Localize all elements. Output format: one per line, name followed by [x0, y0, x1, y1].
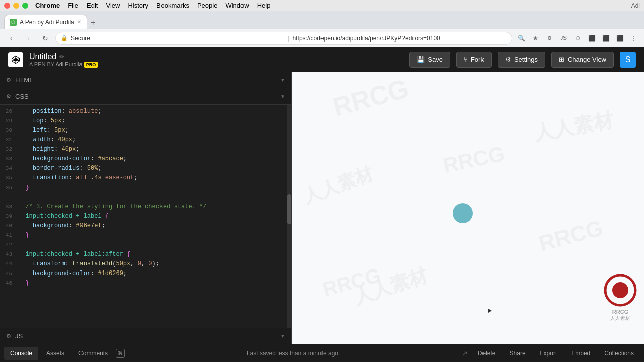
codepen-logo [8, 52, 23, 67]
mac-maximize-btn[interactable] [22, 3, 28, 9]
css-section-header[interactable]: ⚙ CSS ▼ [0, 88, 291, 105]
comments-btn[interactable]: Comments [72, 347, 114, 360]
bottom-actions: Delete Share Export Embed Collections [472, 347, 640, 360]
html-collapse-icon[interactable]: ▼ [280, 77, 285, 83]
pen-title-row: Untitled ✏ [29, 52, 98, 61]
status-external-icon[interactable]: ↗ [462, 349, 468, 357]
save-button[interactable]: 💾 Save [409, 52, 450, 68]
console-btn[interactable]: Console [4, 347, 38, 360]
code-line-42: 42 [0, 240, 291, 250]
extension4-btn[interactable]: ⬛ [586, 32, 598, 44]
code-line-41: 41 } [0, 231, 291, 240]
code-line-43: 43 input:checked + label:after { [0, 250, 291, 259]
share-btn[interactable]: Share [504, 347, 532, 360]
mac-menu-view[interactable]: View [106, 2, 120, 9]
author-prefix: A PEN BY [29, 61, 54, 67]
mac-menu-window[interactable]: Window [225, 2, 249, 9]
mac-menu-help[interactable]: Help [257, 2, 271, 9]
edit-title-icon[interactable]: ✏ [59, 53, 64, 60]
save-icon: 💾 [417, 56, 425, 63]
mac-menu: Chrome File Edit View History Bookmarks … [35, 2, 270, 9]
js-section-label: JS [15, 332, 23, 340]
forward-btn[interactable]: › [21, 31, 35, 45]
rrcg-brand-label: RRCG [612, 309, 628, 315]
code-content: 26 position: absolute; 29 top: 5px; 30 l… [0, 105, 291, 290]
rrcg-logo [603, 273, 638, 308]
code-line-26: 26 position: absolute; [0, 107, 291, 116]
html-section-header[interactable]: ⚙ HTML ▼ [0, 72, 291, 88]
js-section-header[interactable]: ⚙ JS ▼ [0, 328, 291, 344]
code-line-46: 46 } [0, 279, 291, 288]
reload-btn[interactable]: ↻ [38, 31, 52, 45]
editor-panel: ⚙ HTML ▼ ⚙ CSS ▼ 26 position: absolute; … [0, 72, 292, 344]
mac-menu-edit[interactable]: Edit [87, 2, 98, 9]
url-bar[interactable]: 🔒 Secure | https://codepen.io/adipurdila… [55, 32, 512, 45]
mac-titlebar: Chrome File Edit View History Bookmarks … [0, 0, 644, 11]
scrollbar-track[interactable] [287, 105, 291, 328]
html-gear-icon: ⚙ [6, 77, 11, 83]
command-icon: ⌘ [116, 349, 125, 358]
code-line-30: 30 left: 5px; [0, 126, 291, 135]
mac-menu-bookmarks[interactable]: Bookmarks [156, 2, 189, 9]
extension1-btn[interactable]: ⚙ [543, 32, 555, 44]
code-line-35: 35 transition: all .4s ease-out; [0, 173, 291, 183]
bookmark-icon-btn[interactable]: ★ [529, 32, 541, 44]
mac-menu-file[interactable]: File [68, 2, 78, 9]
fork-button[interactable]: ⑂ Fork [456, 52, 492, 68]
back-btn[interactable]: ‹ [4, 31, 18, 45]
toggle-preview-circle [453, 203, 473, 223]
preview-panel: RRCG 人人素材 人人素材 RRCG 人人素材 RRCG RRCG RRCG … [292, 72, 644, 344]
export-btn[interactable]: Export [534, 347, 564, 360]
codepen-title-area: Untitled ✏ A PEN BY Adi Purdila PRO [29, 52, 98, 67]
url-display: https://codepen.io/adipurdila/pen/rJPKyP… [293, 35, 507, 42]
extension2-btn[interactable]: JS [557, 32, 570, 44]
codepen-user-avatar[interactable]: S [620, 52, 636, 68]
codepen-logo-svg [11, 55, 20, 64]
search-icon-btn[interactable]: 🔍 [515, 32, 527, 44]
mac-close-btn[interactable] [4, 3, 10, 9]
pro-badge: PRO [84, 62, 98, 68]
extension3-btn[interactable]: ⬡ [572, 32, 584, 44]
extension6-btn[interactable]: ⬛ [614, 32, 626, 44]
svg-point-9 [612, 282, 628, 298]
embed-btn[interactable]: Embed [565, 347, 596, 360]
watermark-7: RRCG [320, 264, 383, 301]
js-collapse-icon[interactable]: ▼ [280, 333, 285, 339]
code-line-blank [0, 193, 291, 202]
delete-btn[interactable]: Delete [472, 347, 502, 360]
bottom-bar: Console Assets Comments ⌘ Last saved les… [0, 344, 644, 362]
settings-label: Settings [514, 56, 538, 63]
url-separator: | [288, 35, 289, 42]
code-line-29: 29 top: 5px; [0, 116, 291, 126]
main-area: ⚙ HTML ▼ ⚙ CSS ▼ 26 position: absolute; … [0, 72, 644, 344]
save-status-text: Last saved less than a minute ago [127, 350, 458, 357]
mac-user: Adi [631, 2, 640, 9]
assets-btn[interactable]: Assets [40, 347, 70, 360]
tab-area: ⬡ A Pen by Adi Purdila ✕ + [4, 11, 99, 29]
mac-menu-chrome[interactable]: Chrome [35, 2, 60, 9]
new-tab-btn[interactable]: + [87, 17, 99, 29]
tab-close-btn[interactable]: ✕ [77, 19, 82, 25]
fork-label: Fork [471, 56, 484, 63]
pen-title[interactable]: Untitled [29, 52, 56, 61]
code-line-36: 36 } [0, 183, 291, 193]
extension5-btn[interactable]: ⬛ [600, 32, 612, 44]
menu-btn[interactable]: ⋮ [628, 32, 640, 44]
scrollbar-thumb[interactable] [287, 194, 291, 224]
collections-btn[interactable]: Collections [598, 347, 640, 360]
css-collapse-icon[interactable]: ▼ [280, 94, 285, 99]
mac-menu-history[interactable]: History [128, 2, 148, 9]
author-link[interactable]: Adi Purdila [55, 61, 82, 67]
browser-nav-bar: ‹ › ↻ 🔒 Secure | https://codepen.io/adip… [0, 29, 644, 47]
settings-button[interactable]: ⚙ Settings [498, 52, 545, 68]
rrcg-logo-svg [603, 273, 638, 308]
mac-minimize-btn[interactable] [13, 3, 19, 9]
code-line-38: 38 /* 3. Create the styling for the chec… [0, 202, 291, 212]
browser-tab-active[interactable]: ⬡ A Pen by Adi Purdila ✕ [4, 15, 87, 29]
html-section-label: HTML [15, 76, 33, 84]
code-line-33: 33 background-color: #a5cace; [0, 154, 291, 164]
change-view-button[interactable]: ⊞ Change View [551, 52, 614, 68]
lock-icon: 🔒 [61, 35, 68, 41]
watermark-1: RRCG [330, 73, 412, 122]
mac-menu-people[interactable]: People [197, 2, 217, 9]
